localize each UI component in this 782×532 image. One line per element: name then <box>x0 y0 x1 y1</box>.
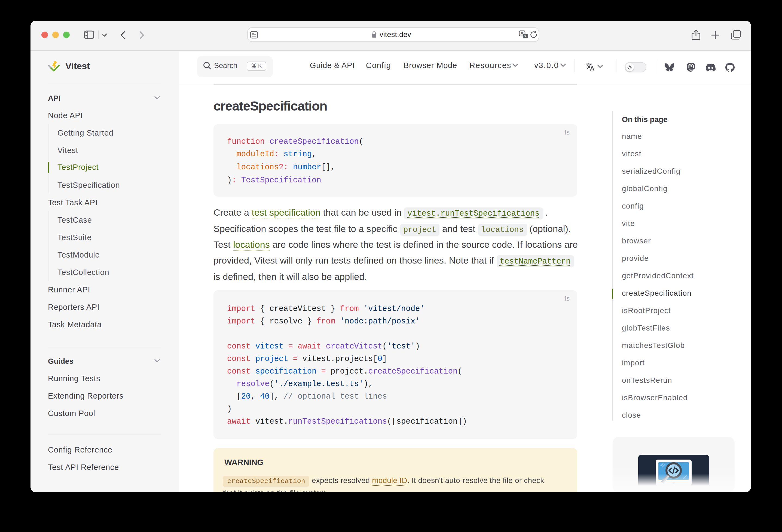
svg-text:x: x <box>524 34 526 38</box>
